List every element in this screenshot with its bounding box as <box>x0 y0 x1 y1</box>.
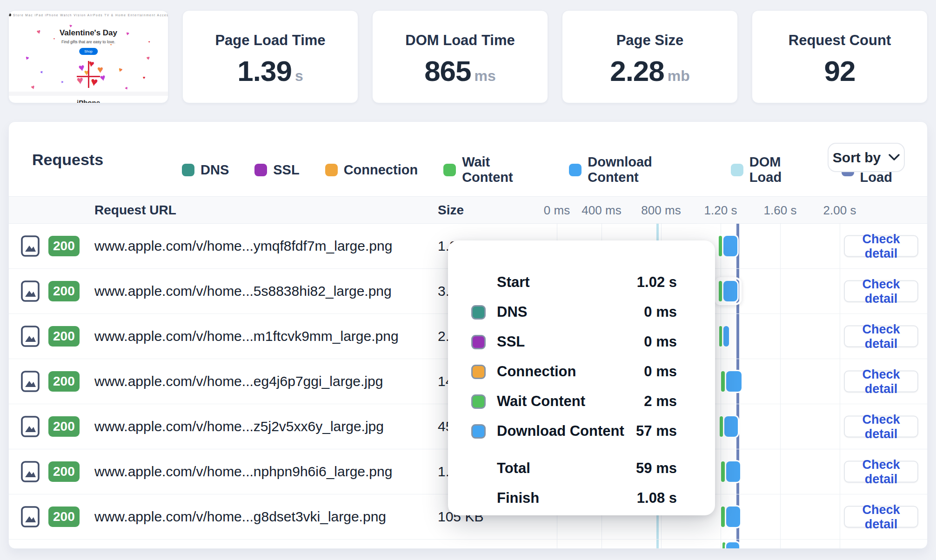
stat-card-dom-load-time: DOM Load Time 865ms <box>372 10 548 103</box>
download-content-bar[interactable] <box>723 326 729 347</box>
legend-label: SSL <box>273 162 299 178</box>
timeline-tick: 1.60 s <box>764 203 797 217</box>
request-url: www.apple.com/v/home...g8dset3vki_large.… <box>94 509 386 525</box>
heart-icon: ♥ <box>143 76 145 80</box>
legend-label: DOM Load <box>749 154 816 185</box>
stat-value: 2.28mb <box>562 54 737 87</box>
timeline-tick: 400 ms <box>582 203 621 217</box>
status-badge: 200 <box>48 326 80 347</box>
heart-icon: ♥ <box>124 86 129 91</box>
tooltip-swatch-icon <box>471 305 486 320</box>
tooltip-row-connection: Connection0 ms <box>471 357 677 387</box>
mini-next-section-title: iPhone <box>9 99 168 103</box>
check-detail-button[interactable]: Check detail <box>844 235 918 257</box>
tooltip-swatch-icon <box>471 365 486 379</box>
stat-unit: mb <box>668 67 690 84</box>
download-content-bar[interactable] <box>726 371 742 392</box>
apple-logo-icon <box>9 13 11 16</box>
request-row-partial <box>9 540 927 549</box>
legend-item-connection: Connection <box>325 154 418 185</box>
stat-title: Request Count <box>752 32 927 49</box>
tooltip-value: 1.08 s <box>637 490 677 507</box>
tooltip-value: 59 ms <box>636 460 677 477</box>
stat-title: DOM Load Time <box>373 32 548 49</box>
status-badge: 200 <box>48 461 80 482</box>
requests-panel-title: Requests <box>32 151 103 169</box>
legend-swatch-icon <box>443 164 456 176</box>
tooltip-value: 57 ms <box>636 423 677 440</box>
mini-site-title: Valentine's Day <box>9 28 168 38</box>
request-url: www.apple.com/v/home...m1ftcvk9mm_large.… <box>94 328 399 344</box>
image-file-icon <box>19 415 41 438</box>
download-content-bar[interactable] <box>726 542 739 549</box>
timeline-tick: 2.00 s <box>823 203 856 217</box>
tooltip-swatch-spacer <box>471 491 486 506</box>
check-detail-button[interactable]: Check detail <box>844 416 918 438</box>
heart-icon: ♥ <box>99 73 107 83</box>
heart-icon: ♥ <box>110 43 112 46</box>
wait-content-bar[interactable] <box>721 507 725 527</box>
request-url: www.apple.com/v/home...eg4j6p7ggi_large.… <box>94 373 383 389</box>
download-content-bar[interactable] <box>723 236 737 256</box>
wait-content-bar[interactable] <box>719 236 722 256</box>
wait-content-bar[interactable] <box>719 281 722 301</box>
tooltip-label: Start <box>497 274 637 291</box>
heart-icon: ♥ <box>25 55 30 61</box>
page-screenshot-thumbnail[interactable]: Store Mac iPad iPhone Watch Vision AirPo… <box>8 10 168 103</box>
image-file-icon <box>19 370 41 393</box>
stat-value: 92 <box>752 54 927 87</box>
stat-unit: ms <box>475 67 496 84</box>
legend-item-dns: DNS <box>182 154 229 185</box>
tooltip-swatch-icon <box>471 394 486 409</box>
tooltip-swatch-icon <box>471 335 486 349</box>
tooltip-swatch-spacer <box>471 461 486 476</box>
legend-label: DNS <box>201 162 229 178</box>
wait-content-bar[interactable] <box>719 326 722 347</box>
check-detail-button[interactable]: Check detail <box>844 461 918 483</box>
tooltip-label: Download Content <box>497 423 636 440</box>
download-content-bar[interactable] <box>726 461 740 482</box>
stat-card-page-load-time: Page Load Time 1.39s <box>182 10 358 103</box>
stat-value: 1.39s <box>183 54 358 87</box>
tooltip-label: Total <box>497 460 636 477</box>
tooltip-swatch-icon <box>471 424 486 439</box>
check-detail-button[interactable]: Check detail <box>844 280 918 302</box>
wait-content-bar[interactable] <box>720 416 723 437</box>
download-content-bar[interactable] <box>723 281 737 301</box>
request-url: www.apple.com/v/home...nphpn9h6i6_large.… <box>94 464 392 480</box>
image-file-icon <box>19 325 41 347</box>
mini-nav-items: Store Mac iPad iPhone Watch Vision AirPo… <box>13 13 168 17</box>
legend-label: Wait Content <box>462 154 543 185</box>
download-content-bar[interactable] <box>726 507 740 527</box>
check-detail-button[interactable]: Check detail <box>844 326 918 347</box>
tooltip-row-ssl: SSL0 ms <box>471 327 677 357</box>
heart-icon: ♥ <box>148 40 150 43</box>
wait-content-bar[interactable] <box>722 542 725 549</box>
waterfall-legend: DNSSSLConnectionWait ContentDownload Con… <box>182 154 927 185</box>
tooltip-label: DNS <box>497 304 644 320</box>
status-badge: 200 <box>48 416 80 437</box>
tooltip-value: 1.02 s <box>637 274 677 291</box>
image-file-icon <box>19 280 41 302</box>
check-detail-button[interactable]: Check detail <box>844 371 918 393</box>
tooltip-value: 0 ms <box>644 363 677 380</box>
table-header: Request URL Size 0 ms400 ms800 ms1.20 s1… <box>9 196 927 224</box>
wait-content-bar[interactable] <box>721 371 725 392</box>
status-badge: 200 <box>48 281 80 301</box>
timing-tooltip: Start1.02 sDNS0 msSSL0 msConnection0 msW… <box>448 240 715 515</box>
legend-swatch-icon <box>182 164 194 176</box>
wait-content-bar[interactable] <box>721 461 725 482</box>
sort-by-button[interactable]: Sort by <box>828 143 905 172</box>
image-file-icon <box>19 460 41 483</box>
stat-card-request-count: Request Count 92 <box>752 10 928 103</box>
mini-site-navbar: Store Mac iPad iPhone Watch Vision AirPo… <box>9 13 168 17</box>
legend-swatch-icon <box>254 164 267 176</box>
check-detail-button[interactable]: Check detail <box>844 506 918 528</box>
tooltip-label: Wait Content <box>497 393 644 410</box>
heart-icon: ♥ <box>53 38 55 40</box>
legend-item-download-content: Download Content <box>569 154 705 185</box>
download-content-bar[interactable] <box>724 416 738 437</box>
stat-card-page-size: Page Size 2.28mb <box>562 10 738 103</box>
tooltip-summary-finish: Finish1.08 s <box>471 483 677 513</box>
tooltip-swatch-spacer <box>471 275 486 290</box>
